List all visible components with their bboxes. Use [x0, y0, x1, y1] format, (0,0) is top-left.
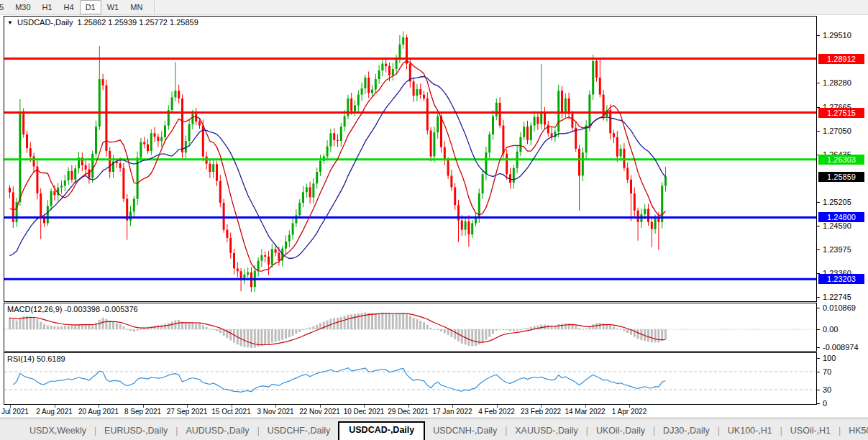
- price-scale[interactable]: 1.295101.282801.276651.270501.264351.252…: [817, 16, 868, 405]
- tab-ukoil-daily[interactable]: UKOil-,Daily: [588, 423, 653, 440]
- price-level-badge: 1.25859: [818, 172, 864, 182]
- price-level-badge: 1.23203: [818, 274, 864, 284]
- axis-tick-mark: [817, 308, 820, 308]
- price-tick-label: 0.00: [823, 325, 838, 334]
- candlestick-chart[interactable]: [4, 17, 816, 301]
- price-chart-pane[interactable]: ▼ USDCAD-,Daily 1.25862 1.25939 1.25772 …: [4, 16, 817, 302]
- axis-tick-mark: [817, 83, 820, 83]
- axis-tick-mark: [817, 358, 820, 359]
- axis-tick-mark: [817, 202, 820, 203]
- tab-usdx-weekly[interactable]: USDX,Weekly: [22, 423, 94, 440]
- tab-xauusd-daily[interactable]: XAUUSD-,Daily: [507, 423, 586, 440]
- tab-audusd-daily[interactable]: AUDUSD-,Daily: [178, 423, 257, 440]
- symbol-tab-bar: USDX,Weekly|EURUSD-,Daily|AUDUSD-,Daily|…: [0, 418, 868, 440]
- price-level-badge: 1.28912: [818, 54, 864, 64]
- axis-tick-mark: [817, 347, 820, 348]
- axis-tick-mark: [817, 372, 820, 372]
- tab-usdchf-daily[interactable]: USDCHF-,Daily: [260, 423, 339, 440]
- chart-symbol-label: USDCAD-,Daily: [17, 18, 73, 27]
- axis-tick-mark: [817, 226, 820, 226]
- chart-ohlc-values: 1.25862 1.25939 1.25772 1.25859: [78, 18, 198, 27]
- price-tick-label: -0.008974: [823, 343, 859, 352]
- macd-indicator-pane[interactable]: MACD(12,26,9) -0.003398 -0.005376: [4, 303, 817, 352]
- timeframe-button-d1[interactable]: D1: [80, 0, 101, 14]
- tab-hk50-h1[interactable]: HK50-,H1: [841, 423, 868, 440]
- axis-tick-mark: [817, 297, 820, 298]
- axis-tick-mark: [817, 403, 820, 404]
- tab-uk100-h1[interactable]: UK100-,H1: [720, 423, 780, 440]
- rsi-indicator-pane[interactable]: RSI(14) 50.6189: [4, 352, 817, 405]
- price-tick-label: 70: [823, 367, 831, 376]
- price-tick-label: 1.28280: [823, 78, 851, 87]
- price-tick-label: 1.27050: [823, 127, 851, 135]
- macd-label: MACD(12,26,9) -0.003398 -0.005376: [7, 305, 138, 313]
- chart-title: ▼ USDCAD-,Daily 1.25862 1.25939 1.25772 …: [7, 18, 198, 27]
- tab-dj30-daily[interactable]: DJ30-,Daily: [655, 423, 718, 440]
- axis-tick-mark: [817, 249, 820, 250]
- tab-eurusd-daily[interactable]: EURUSD-,Daily: [96, 423, 175, 440]
- chevron-down-icon[interactable]: ▼: [7, 19, 13, 26]
- date-tick-label: 1 Apr 2022: [600, 408, 658, 416]
- price-tick-label: 1.24590: [823, 221, 851, 230]
- price-tick-label: 0.010869: [823, 303, 856, 312]
- axis-tick-mark: [817, 390, 820, 390]
- timeframe-button-h1[interactable]: H1: [37, 0, 58, 14]
- price-level-badge: 1.26303: [818, 155, 864, 165]
- price-tick-label: 1.22745: [823, 293, 851, 301]
- timeframe-button-mn[interactable]: MN: [124, 0, 148, 14]
- terminal-window: 5M30H1H4D1W1MN ▼ USDCAD-,Daily 1.25862 1…: [0, 0, 868, 440]
- price-level-badge: 1.27515: [818, 108, 864, 118]
- price-tick-label: 1.23975: [823, 245, 851, 254]
- axis-tick-mark: [817, 35, 820, 36]
- timeframe-toolbar: 5M30H1H4D1W1MN: [0, 0, 868, 15]
- rsi-plot: [4, 353, 816, 404]
- tab-usoil-h1[interactable]: USOil-,H1: [782, 423, 839, 440]
- tab-usdcnh-daily[interactable]: USDCNH-,Daily: [425, 423, 505, 440]
- price-tick-label: 1.29510: [823, 31, 851, 40]
- axis-tick-mark: [817, 131, 820, 132]
- symbol-tabs: USDX,Weekly|EURUSD-,Daily|AUDUSD-,Daily|…: [0, 418, 868, 440]
- price-tick-label: 0: [823, 399, 827, 408]
- timeframe-button-m30[interactable]: M30: [9, 0, 36, 14]
- price-tick-label: 1.25205: [823, 198, 851, 206]
- date-axis[interactable]: 14 Jul 20212 Aug 202120 Aug 20218 Sep 20…: [4, 405, 817, 417]
- rsi-label: RSI(14) 50.6189: [7, 354, 65, 363]
- toolbar-separator: [154, 1, 155, 14]
- price-tick-label: 30: [823, 385, 831, 394]
- timeframe-button-w1[interactable]: W1: [101, 0, 125, 14]
- tab-usdcad-daily[interactable]: USDCAD-,Daily: [338, 421, 425, 440]
- timeframe-button-h4[interactable]: H4: [58, 0, 80, 14]
- price-tick-label: 100: [823, 354, 836, 362]
- timeframe-button-5[interactable]: 5: [0, 0, 9, 14]
- price-level-badge: 1.24800: [818, 212, 864, 222]
- axis-tick-mark: [817, 329, 820, 330]
